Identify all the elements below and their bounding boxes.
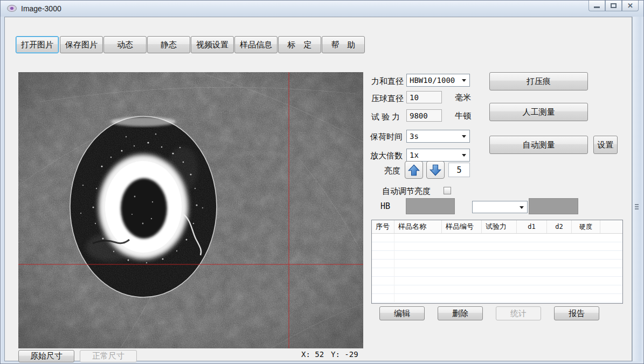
toolbar-help-button[interactable]: 帮 助 [322, 36, 365, 53]
app-icon [7, 5, 17, 12]
specimen-image[interactable] [18, 72, 363, 348]
manual-measure-button[interactable]: 人工测量 [489, 103, 588, 121]
toolbar-open-image-button[interactable]: 打开图片 [16, 36, 59, 53]
toolbar-calibration-button[interactable]: 标 定 [278, 36, 321, 53]
test-force-label: 试 验 力 [371, 112, 400, 122]
ball-diameter-unit: 毫米 [455, 93, 471, 103]
normal-size-button: 正常尺寸 [80, 350, 137, 362]
statistics-button: 统计 [496, 306, 541, 320]
column-header-hardness[interactable]: 硬度 [572, 220, 600, 233]
toolbar-static-button[interactable]: 静态 [147, 36, 190, 53]
hold-time-label: 保荷时间 [370, 132, 403, 142]
close-icon: ✕ [627, 2, 633, 9]
report-button[interactable]: 报告 [554, 306, 599, 320]
force-diameter-value: HBW10/1000 [410, 76, 455, 85]
maximize-button[interactable] [605, 1, 622, 11]
down-arrow-icon [429, 164, 442, 177]
column-header-sample-name[interactable]: 样品名称 [394, 220, 442, 233]
cursor-x-coordinate: X: 52 [301, 350, 324, 359]
hb-converted-field [529, 198, 578, 214]
magnification-label: 放大倍数 [370, 151, 403, 161]
auto-measure-button[interactable]: 自动测量 [489, 136, 588, 154]
results-table[interactable]: 序号 样品名称 样品编号 试验力 d1 d2 硬度 [371, 220, 623, 304]
table-row [372, 294, 622, 303]
test-force-value: 9800 [410, 111, 428, 120]
table-row [372, 277, 622, 285]
brightness-down-button[interactable] [426, 161, 445, 179]
column-header-filler [600, 220, 622, 233]
column-header-d2[interactable]: d2 [547, 220, 572, 233]
hb-result-field [406, 198, 455, 214]
toolbar-save-image-button[interactable]: 保存图片 [60, 36, 103, 53]
chevron-down-icon [520, 206, 524, 209]
cursor-y-coordinate: Y: -29 [331, 350, 358, 359]
window-controls: ✕ [588, 1, 639, 11]
force-diameter-label: 力和直径 [371, 76, 404, 87]
up-arrow-icon [407, 164, 420, 177]
column-header-test-force[interactable]: 试验力 [482, 220, 517, 233]
auto-brightness-checkbox[interactable] [444, 187, 451, 194]
magnification-value: 1x [410, 151, 419, 159]
brightness-value[interactable]: 5 [448, 163, 470, 177]
column-header-sample-id[interactable]: 样品编号 [442, 220, 482, 233]
table-row [372, 234, 622, 242]
maximize-icon [611, 3, 617, 8]
hold-time-select[interactable]: 3s [406, 130, 470, 143]
chevron-down-icon [462, 154, 466, 157]
brightness-label: 亮度 [384, 166, 400, 176]
brightness-up-button[interactable] [405, 161, 423, 179]
edit-button[interactable]: 编辑 [379, 306, 425, 320]
minimize-button[interactable] [588, 1, 605, 11]
column-header-index[interactable]: 序号 [372, 220, 394, 233]
chevron-down-icon [462, 79, 466, 82]
ball-diameter-label: 压球直径 [371, 94, 404, 104]
hb-label: HB [380, 201, 390, 211]
chevron-down-icon [462, 135, 466, 138]
app-window: Image-3000 ✕ 打开图片 保存图片 动态 静态 视频设置 样品信息 标… [0, 0, 644, 364]
test-force-input[interactable]: 9800 [406, 109, 442, 122]
column-header-d1[interactable]: d1 [517, 220, 547, 233]
results-table-body [372, 234, 622, 303]
window-title: Image-3000 [21, 4, 61, 13]
toolbar-sample-info-button[interactable]: 样品信息 [234, 36, 278, 53]
vertical-splitter[interactable] [632, 17, 641, 361]
table-row [372, 251, 622, 260]
close-button[interactable]: ✕ [622, 1, 639, 11]
minimize-icon [594, 6, 600, 8]
magnification-select[interactable]: 1x [406, 149, 470, 162]
delete-button[interactable]: 删除 [438, 306, 483, 320]
hb-scale-select[interactable] [472, 201, 528, 213]
make-indent-button[interactable]: 打压痕 [489, 72, 588, 90]
original-size-button[interactable]: 原始尺寸 [18, 350, 74, 362]
ball-diameter-value: 10 [410, 93, 419, 102]
toolbar-dynamic-button[interactable]: 动态 [103, 36, 147, 53]
table-row [372, 285, 622, 294]
auto-brightness-label: 自动调节亮度 [382, 186, 431, 197]
title-bar: Image-3000 ✕ [1, 1, 643, 17]
test-force-unit: 牛顿 [455, 111, 471, 121]
ball-diameter-input[interactable]: 10 [406, 91, 442, 103]
results-table-header: 序号 样品名称 样品编号 试验力 d1 d2 硬度 [372, 220, 622, 234]
toolbar-video-settings-button[interactable]: 视频设置 [191, 36, 234, 53]
table-row [372, 260, 622, 268]
hold-time-value: 3s [410, 132, 419, 141]
force-diameter-select[interactable]: HBW10/1000 [406, 74, 470, 87]
settings-button[interactable]: 设置 [593, 136, 618, 154]
table-row [372, 268, 622, 277]
splitter-grip-icon [635, 204, 639, 205]
table-row [372, 242, 622, 251]
